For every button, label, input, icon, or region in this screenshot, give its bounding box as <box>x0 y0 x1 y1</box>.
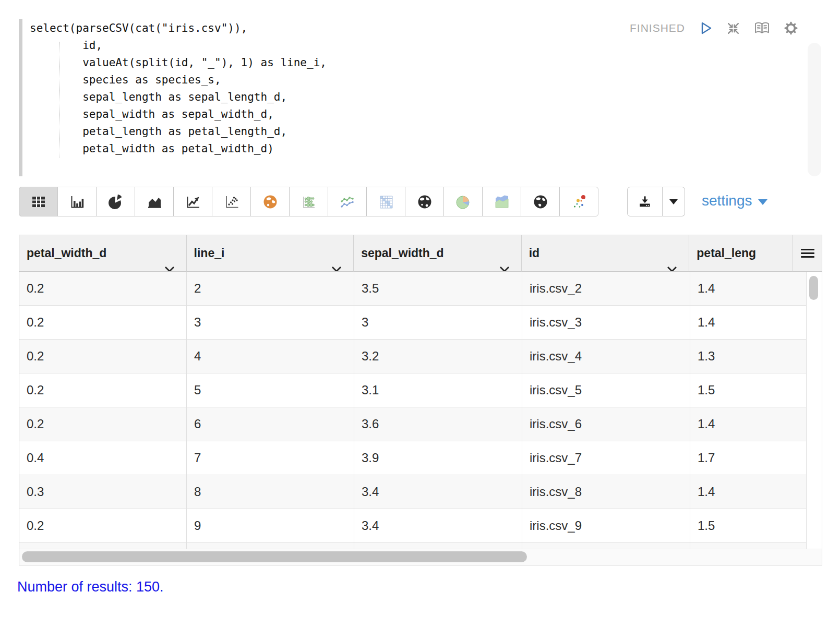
table-cell: 6 <box>187 407 354 441</box>
chart-tab-multi-line-chart[interactable] <box>328 187 367 216</box>
table-cell: iris.csv_9 <box>522 509 690 542</box>
column-header-petal-length[interactable]: petal_leng <box>689 235 793 272</box>
column-header-sepal-width[interactable]: sepal_width_d <box>354 235 522 272</box>
chevron-down-icon[interactable] <box>164 250 175 272</box>
chart-tab-heatmap[interactable] <box>366 187 405 216</box>
column-label: id <box>529 246 539 260</box>
globe-dark-icon <box>416 193 434 211</box>
chart-type-toolbar <box>19 187 598 216</box>
table-cell: 3.2 <box>354 340 522 373</box>
table-row: 0.2 3 3 iris.csv_3 1.4 <box>19 306 822 340</box>
vertical-scrollbar[interactable] <box>806 272 822 550</box>
table-cell: 0.2 <box>19 272 187 305</box>
chart-tab-globe-dark-2[interactable] <box>521 187 560 216</box>
table-cell: 1.5 <box>690 373 807 407</box>
chart-tab-bubble-chart[interactable] <box>289 187 328 216</box>
table-cell: 3.6 <box>354 407 522 441</box>
code-line: petal_length as petal_length_d, <box>30 123 327 140</box>
column-header-petal-width[interactable]: petal_width_d <box>19 235 187 272</box>
chart-tab-scatter-chart[interactable] <box>212 187 251 216</box>
table-cell: 8 <box>187 475 354 509</box>
area-chart-icon <box>146 193 163 211</box>
globe-dark-icon-2 <box>532 193 549 211</box>
chart-tab-bar-chart[interactable] <box>57 187 97 216</box>
table-row: 0.2 5 3.1 iris.csv_5 1.5 <box>19 373 822 407</box>
scatter-chart-icon <box>223 193 241 211</box>
table-cell: 3.4 <box>354 509 522 542</box>
stacked-area-icon <box>493 193 511 211</box>
pie-pastel-icon <box>454 193 472 211</box>
bubble-chart-icon <box>300 193 318 211</box>
download-split-button <box>627 187 685 216</box>
chart-tab-globe-orange[interactable] <box>250 187 290 216</box>
column-label: line_i <box>194 246 225 260</box>
chart-tab-line-chart[interactable] <box>173 187 212 216</box>
chart-tab-stacked-area[interactable] <box>482 187 521 216</box>
code-line: petal_width as petal_width_d) <box>30 140 327 158</box>
table-cell: iris.csv_7 <box>522 441 690 475</box>
table-row: 0.3 8 3.4 iris.csv_8 1.4 <box>19 475 822 509</box>
table-cell: iris.csv_2 <box>522 272 690 305</box>
code-line: select(parseCSV(cat("iris.csv")), <box>30 20 327 37</box>
code-scrollbar[interactable] <box>808 43 821 176</box>
download-options-button[interactable] <box>663 187 685 216</box>
horizontal-scrollbar[interactable] <box>19 549 822 565</box>
chart-tab-globe-dark[interactable] <box>405 187 444 216</box>
table-cell: 5 <box>187 373 354 407</box>
chevron-down-icon[interactable] <box>331 250 342 272</box>
indent-guide <box>59 42 60 158</box>
settings-caret-icon <box>758 199 767 205</box>
table-cell: 3.9 <box>354 441 522 475</box>
globe-orange-icon <box>261 193 279 211</box>
table-cell: 3.5 <box>354 272 522 305</box>
vertical-scrollbar-thumb[interactable] <box>809 276 818 300</box>
chevron-down-icon[interactable] <box>667 250 677 272</box>
result-table: petal_width_d line_i sepal_width_d id pe… <box>19 235 822 565</box>
caret-down-icon <box>669 199 678 204</box>
play-icon[interactable] <box>699 21 713 35</box>
table-cell: 3 <box>354 306 522 339</box>
download-button[interactable] <box>627 187 663 216</box>
table-row: 0.2 6 3.6 iris.csv_6 1.4 <box>19 407 822 441</box>
horizontal-scrollbar-thumb[interactable] <box>22 551 527 562</box>
table-cell: 2 <box>187 272 354 305</box>
table-cell: 7 <box>187 441 354 475</box>
table-cell: 0.2 <box>19 373 187 407</box>
code-line: valueAt(split(id, "_"), 1) as line_i, <box>30 54 327 71</box>
table-row: 0.2 4 3.2 iris.csv_4 1.3 <box>19 340 822 373</box>
table-cell: 0.2 <box>19 306 187 339</box>
table-row: 0.2 9 3.4 iris.csv_9 1.5 <box>19 509 822 543</box>
chart-tab-pie-pastel[interactable] <box>443 187 483 216</box>
table-cell: 1.4 <box>690 272 807 305</box>
column-label: petal_leng <box>697 246 756 260</box>
table-cell: 0.2 <box>19 407 187 441</box>
compress-icon[interactable] <box>726 21 740 35</box>
bar-chart-icon <box>68 193 86 211</box>
hamburger-menu-icon <box>801 249 814 258</box>
column-header-id[interactable]: id <box>522 235 690 272</box>
chart-tab-pie-chart[interactable] <box>96 187 135 216</box>
settings-toggle[interactable]: settings <box>702 192 767 209</box>
table-cell: 0.4 <box>19 441 187 475</box>
table-cell: iris.csv_8 <box>522 475 690 509</box>
table-cell: iris.csv_5 <box>522 373 690 407</box>
chart-tab-scatter-color[interactable] <box>559 187 598 216</box>
heatmap-icon <box>377 193 395 211</box>
chart-tab-area-chart[interactable] <box>135 187 174 216</box>
pie-chart-icon <box>107 193 125 211</box>
chevron-down-icon[interactable] <box>499 250 510 272</box>
download-icon <box>637 194 653 210</box>
table-cell: iris.csv_3 <box>522 306 690 339</box>
table-cell: 1.7 <box>690 441 807 475</box>
table-cell: 1.3 <box>690 340 807 373</box>
code-line: id, <box>30 37 327 54</box>
table-menu-button[interactable] <box>793 235 822 272</box>
chart-tab-table[interactable] <box>19 187 58 216</box>
column-header-line-i[interactable]: line_i <box>187 235 354 272</box>
code-editor[interactable]: select(parseCSV(cat("iris.csv")), id, va… <box>30 20 327 158</box>
table-cell: 4 <box>187 340 354 373</box>
book-icon[interactable] <box>754 21 770 35</box>
settings-label: settings <box>702 192 752 209</box>
gear-icon[interactable] <box>784 21 798 35</box>
table-cell: 3 <box>187 306 354 339</box>
